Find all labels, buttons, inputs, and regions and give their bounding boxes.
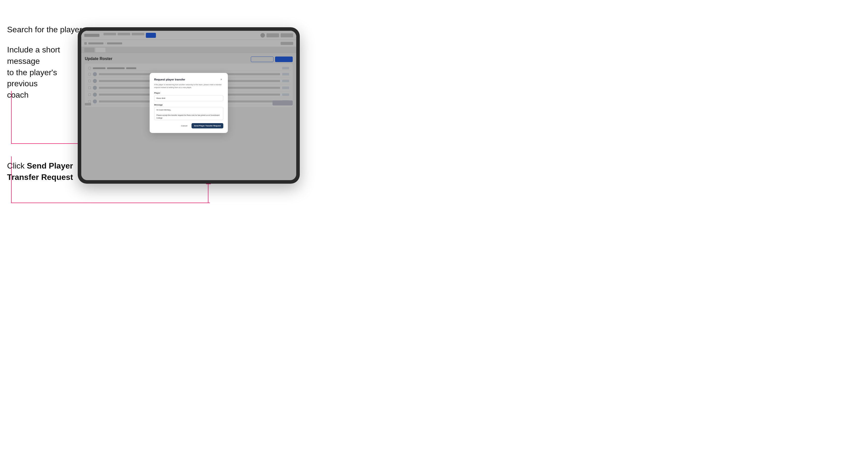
send-transfer-request-button[interactable]: Send Player Transfer Request bbox=[191, 123, 223, 128]
modal-title: Request player transfer bbox=[154, 78, 185, 81]
annotation-include: Include a short messageto the player's p… bbox=[7, 44, 73, 101]
device-screen: / Update Roster bbox=[81, 31, 296, 180]
arrow-line-v3 bbox=[208, 182, 209, 203]
modal-header: Request player transfer × bbox=[154, 77, 223, 82]
message-textarea[interactable]: Hi Coach McHarg,Please accept this trans… bbox=[154, 107, 223, 120]
arrow-line-v2 bbox=[11, 156, 11, 203]
modal-overlay: Request player transfer × If the player … bbox=[81, 31, 296, 180]
arrow-line-v1 bbox=[11, 91, 11, 144]
modal-dialog: Request player transfer × If the player … bbox=[150, 73, 228, 133]
device-frame: / Update Roster bbox=[78, 27, 300, 184]
cancel-button[interactable]: Cancel bbox=[179, 124, 189, 128]
message-field-label: Message bbox=[154, 104, 223, 106]
modal-footer: Cancel Send Player Transfer Request bbox=[154, 123, 223, 128]
player-input[interactable]: Rees Britt bbox=[154, 95, 223, 101]
player-field-label: Player bbox=[154, 92, 223, 94]
annotation-click: Click Send PlayerTransfer Request bbox=[7, 160, 73, 183]
player-input-value: Rees Britt bbox=[156, 97, 165, 99]
annotation-search: Search for the player. bbox=[7, 24, 84, 35]
modal-description: If the player is transferring from anoth… bbox=[154, 84, 223, 89]
modal-close-button[interactable]: × bbox=[219, 77, 223, 82]
arrow-line-h2 bbox=[11, 203, 210, 203]
